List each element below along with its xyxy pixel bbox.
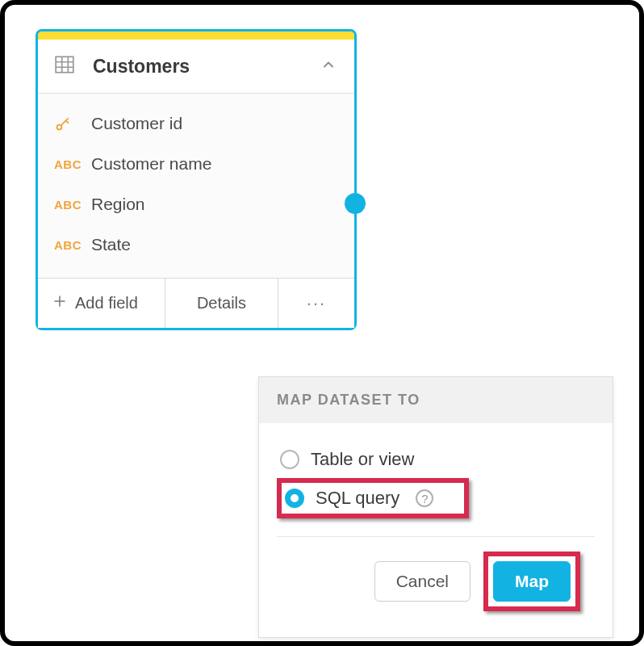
app-frame: Customers Customer id ABC [0,0,644,646]
plus-icon [52,294,67,313]
field-label: State [91,235,131,254]
ellipsis-icon: ··· [307,293,326,314]
map-dataset-popover: MAP DATASET TO Table or view SQL query ?… [258,376,613,638]
card-header[interactable]: Customers [38,40,354,94]
field-label: Customer id [91,114,182,133]
card-title: Customers [93,56,320,78]
popover-footer: Cancel Map [277,552,595,629]
field-row[interactable]: ABC Customer name [38,144,354,184]
field-list: Customer id ABC Customer name ABC Region… [38,94,354,278]
radio-icon [280,450,299,469]
table-icon [54,54,75,78]
radio-label: SQL query [316,488,399,509]
more-actions-button[interactable]: ··· [278,279,354,328]
map-button[interactable]: Map [493,561,571,602]
text-type-icon: ABC [54,157,91,171]
card-accent-stripe [38,31,354,40]
dataset-card: Customers Customer id ABC [36,29,357,330]
popover-title: MAP DATASET TO [259,377,613,423]
help-icon[interactable]: ? [416,489,433,507]
field-row[interactable]: Customer id [38,103,354,144]
divider [277,536,595,537]
add-field-button[interactable]: Add field [38,279,165,328]
add-field-label: Add field [75,294,138,313]
svg-rect-0 [56,57,73,73]
radio-icon [285,489,304,508]
field-label: Customer name [91,154,211,174]
field-row[interactable]: ABC Region [38,184,354,224]
field-label: Region [91,195,145,214]
text-type-icon: ABC [54,238,91,252]
field-row[interactable]: ABC State [38,224,354,265]
key-icon [54,115,91,132]
details-button[interactable]: Details [165,279,278,328]
annotation-highlight: Map [483,552,580,611]
connector-handle[interactable] [345,193,366,214]
popover-body: Table or view SQL query ? Cancel Map [259,423,613,637]
radio-label: Table or view [311,449,414,470]
cancel-button[interactable]: Cancel [374,561,470,602]
annotation-highlight: SQL query ? [277,478,469,518]
details-label: Details [197,294,246,313]
text-type-icon: ABC [54,198,91,212]
radio-option-sql-query[interactable]: SQL query ? [283,484,435,512]
card-footer: Add field Details ··· [38,278,354,328]
radio-option-table-or-view[interactable]: Table or view [277,444,595,475]
chevron-up-icon[interactable] [320,57,337,76]
svg-line-7 [66,120,69,123]
